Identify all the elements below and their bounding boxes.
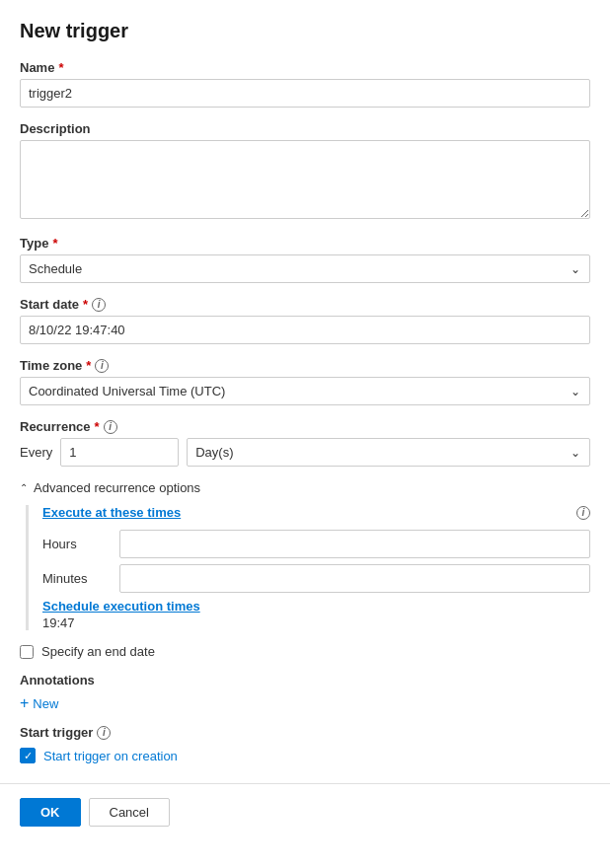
minutes-row: Minutes [42, 564, 590, 593]
checkmark-icon: ✓ [24, 751, 33, 761]
end-date-checkbox[interactable] [20, 645, 34, 659]
advanced-chevron-icon: ⌃ [20, 482, 28, 493]
recurrence-unit-wrapper: Minute(s) Hour(s) Day(s) Week(s) Month(s… [187, 438, 590, 467]
start-date-input[interactable] [20, 316, 590, 344]
recurrence-unit-select[interactable]: Minute(s) Hour(s) Day(s) Week(s) Month(s… [187, 438, 590, 467]
page-title: New trigger [20, 20, 590, 42]
type-field-group: Type * Schedule Tumbling Window Storage … [20, 236, 590, 283]
description-label: Description [20, 121, 590, 136]
start-trigger-checkbox-label: Start trigger on creation [43, 749, 178, 763]
recurrence-label: Recurrence * i [20, 419, 590, 434]
schedule-execution-link[interactable]: Schedule execution times [42, 599, 200, 614]
start-trigger-info-icon[interactable]: i [97, 726, 111, 740]
annotations-section: Annotations + New [20, 673, 590, 711]
minutes-label: Minutes [42, 571, 112, 586]
advanced-recurrence-section: ⌃ Advanced recurrence options Execute at… [20, 480, 590, 630]
recurrence-value-input[interactable] [60, 438, 179, 467]
start-trigger-checkbox[interactable]: ✓ [20, 748, 36, 763]
start-date-label: Start date * i [20, 297, 590, 312]
hours-input[interactable] [119, 530, 590, 558]
timezone-label: Time zone * i [20, 358, 590, 373]
name-input[interactable] [20, 79, 590, 108]
start-date-field-group: Start date * i [20, 297, 590, 344]
hours-label: Hours [42, 537, 112, 551]
type-select-wrapper: Schedule Tumbling Window Storage events … [20, 254, 590, 283]
end-date-checkbox-row: Specify an end date [20, 644, 590, 659]
annotations-label: Annotations [20, 673, 590, 687]
plus-icon: + [20, 695, 29, 711]
execute-header: Execute at these times i [42, 505, 590, 520]
minutes-input[interactable] [119, 564, 590, 593]
type-required: * [52, 236, 57, 251]
recurrence-required: * [95, 419, 100, 434]
type-label: Type * [20, 236, 590, 251]
recurrence-row: Every Minute(s) Hour(s) Day(s) Week(s) M… [20, 438, 590, 467]
timezone-select[interactable]: Coordinated Universal Time (UTC) [20, 377, 590, 405]
execute-info-icon[interactable]: i [576, 506, 590, 520]
advanced-content: Execute at these times i Hours Minutes S… [26, 505, 590, 630]
footer: OK Cancel [0, 783, 610, 840]
start-trigger-label: Start trigger i [20, 725, 590, 740]
description-input[interactable] [20, 140, 590, 219]
execute-at-times-link[interactable]: Execute at these times [42, 505, 181, 520]
end-date-label[interactable]: Specify an end date [41, 644, 155, 659]
hours-row: Hours [42, 530, 590, 558]
name-required: * [58, 60, 63, 75]
start-date-required: * [83, 297, 88, 312]
cancel-button[interactable]: Cancel [89, 798, 170, 827]
type-select[interactable]: Schedule Tumbling Window Storage events … [20, 254, 590, 283]
recurrence-info-icon[interactable]: i [104, 420, 117, 434]
timezone-info-icon[interactable]: i [95, 359, 109, 373]
advanced-toggle[interactable]: ⌃ Advanced recurrence options [20, 480, 590, 495]
timezone-required: * [86, 358, 91, 373]
ok-button[interactable]: OK [20, 798, 81, 827]
start-trigger-checkbox-row: ✓ Start trigger on creation [20, 748, 590, 763]
recurrence-field-group: Recurrence * i Every Minute(s) Hour(s) D… [20, 419, 590, 467]
name-label: Name * [20, 60, 590, 75]
start-trigger-section: Start trigger i ✓ Start trigger on creat… [20, 725, 590, 763]
description-field-group: Description [20, 121, 590, 222]
start-date-info-icon[interactable]: i [92, 298, 106, 312]
timezone-select-wrapper: Coordinated Universal Time (UTC) ⌄ [20, 377, 590, 405]
schedule-execution-group: Schedule execution times 19:47 [42, 599, 590, 630]
name-field-group: Name * [20, 60, 590, 108]
every-label: Every [20, 445, 52, 460]
new-annotation-button[interactable]: + New [20, 695, 58, 711]
schedule-time-value: 19:47 [42, 615, 590, 630]
new-annotation-label: New [33, 696, 58, 711]
advanced-toggle-label: Advanced recurrence options [34, 480, 200, 495]
timezone-field-group: Time zone * i Coordinated Universal Time… [20, 358, 590, 405]
